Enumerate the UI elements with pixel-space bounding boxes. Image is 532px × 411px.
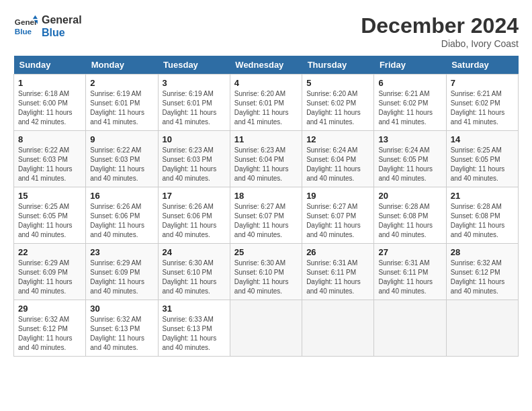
calendar-cell: 22Sunrise: 6:29 AM Sunset: 6:09 PM Dayli… bbox=[14, 244, 86, 300]
day-info: Sunrise: 6:22 AM Sunset: 6:03 PM Dayligh… bbox=[90, 146, 153, 183]
day-info: Sunrise: 6:26 AM Sunset: 6:06 PM Dayligh… bbox=[90, 202, 153, 240]
day-info: Sunrise: 6:31 AM Sunset: 6:11 PM Dayligh… bbox=[378, 259, 441, 296]
day-number: 5 bbox=[306, 78, 369, 88]
logo-blue: Blue bbox=[42, 26, 82, 39]
calendar-cell: 21Sunrise: 6:28 AM Sunset: 6:08 PM Dayli… bbox=[446, 187, 518, 244]
day-info: Sunrise: 6:20 AM Sunset: 6:01 PM Dayligh… bbox=[234, 89, 298, 127]
day-number: 10 bbox=[163, 134, 226, 144]
day-info: Sunrise: 6:27 AM Sunset: 6:07 PM Dayligh… bbox=[234, 202, 298, 240]
calendar-cell: 8Sunrise: 6:22 AM Sunset: 6:03 PM Daylig… bbox=[14, 131, 86, 187]
day-header-wednesday: Wednesday bbox=[230, 56, 302, 75]
day-info: Sunrise: 6:29 AM Sunset: 6:09 PM Dayligh… bbox=[90, 259, 153, 296]
calendar-cell: 2Sunrise: 6:19 AM Sunset: 6:01 PM Daylig… bbox=[86, 75, 158, 131]
day-number: 11 bbox=[234, 134, 298, 144]
calendar-cell: 28Sunrise: 6:32 AM Sunset: 6:12 PM Dayli… bbox=[446, 244, 518, 300]
calendar-week-2: 8Sunrise: 6:22 AM Sunset: 6:03 PM Daylig… bbox=[14, 131, 519, 187]
day-number: 4 bbox=[234, 78, 298, 88]
calendar-cell bbox=[230, 300, 302, 357]
day-number: 30 bbox=[90, 304, 153, 314]
calendar-body: 1Sunrise: 6:18 AM Sunset: 6:00 PM Daylig… bbox=[14, 75, 519, 357]
day-number: 9 bbox=[90, 134, 153, 144]
calendar-cell: 23Sunrise: 6:29 AM Sunset: 6:09 PM Dayli… bbox=[86, 244, 158, 300]
day-info: Sunrise: 6:20 AM Sunset: 6:02 PM Dayligh… bbox=[306, 89, 369, 127]
calendar-cell: 6Sunrise: 6:21 AM Sunset: 6:02 PM Daylig… bbox=[374, 75, 446, 131]
calendar-cell: 5Sunrise: 6:20 AM Sunset: 6:02 PM Daylig… bbox=[302, 75, 374, 131]
calendar-cell bbox=[446, 300, 518, 357]
calendar-cell: 14Sunrise: 6:25 AM Sunset: 6:05 PM Dayli… bbox=[446, 131, 518, 187]
day-info: Sunrise: 6:24 AM Sunset: 6:05 PM Dayligh… bbox=[378, 146, 441, 183]
title-area: December 2024 Diabo, Ivory Coast bbox=[361, 13, 519, 49]
calendar-table: SundayMondayTuesdayWednesdayThursdayFrid… bbox=[13, 56, 519, 357]
day-info: Sunrise: 6:25 AM Sunset: 6:05 PM Dayligh… bbox=[18, 202, 81, 240]
day-info: Sunrise: 6:24 AM Sunset: 6:04 PM Dayligh… bbox=[306, 146, 369, 183]
calendar-cell: 19Sunrise: 6:27 AM Sunset: 6:07 PM Dayli… bbox=[302, 187, 374, 244]
day-info: Sunrise: 6:27 AM Sunset: 6:07 PM Dayligh… bbox=[306, 202, 369, 240]
day-info: Sunrise: 6:31 AM Sunset: 6:11 PM Dayligh… bbox=[306, 259, 369, 296]
location: Diabo, Ivory Coast bbox=[361, 38, 519, 49]
calendar-week-5: 29Sunrise: 6:32 AM Sunset: 6:12 PM Dayli… bbox=[14, 300, 519, 357]
calendar-cell bbox=[374, 300, 446, 357]
day-info: Sunrise: 6:19 AM Sunset: 6:01 PM Dayligh… bbox=[163, 89, 226, 127]
day-header-monday: Monday bbox=[86, 56, 158, 75]
day-number: 24 bbox=[163, 247, 226, 257]
calendar-cell: 15Sunrise: 6:25 AM Sunset: 6:05 PM Dayli… bbox=[14, 187, 86, 244]
day-number: 19 bbox=[306, 191, 369, 201]
day-number: 28 bbox=[451, 247, 514, 257]
calendar-cell: 29Sunrise: 6:32 AM Sunset: 6:12 PM Dayli… bbox=[14, 300, 86, 357]
calendar-cell: 16Sunrise: 6:26 AM Sunset: 6:06 PM Dayli… bbox=[86, 187, 158, 244]
day-info: Sunrise: 6:28 AM Sunset: 6:08 PM Dayligh… bbox=[378, 202, 441, 240]
calendar-cell: 17Sunrise: 6:26 AM Sunset: 6:06 PM Dayli… bbox=[158, 187, 230, 244]
calendar-cell: 4Sunrise: 6:20 AM Sunset: 6:01 PM Daylig… bbox=[230, 75, 302, 131]
day-number: 16 bbox=[90, 191, 153, 201]
header: General Blue General Blue December 2024 … bbox=[13, 13, 519, 49]
svg-text:Blue: Blue bbox=[15, 27, 32, 36]
day-number: 25 bbox=[234, 247, 298, 257]
day-number: 13 bbox=[378, 134, 441, 144]
day-info: Sunrise: 6:22 AM Sunset: 6:03 PM Dayligh… bbox=[18, 146, 81, 183]
calendar-cell: 27Sunrise: 6:31 AM Sunset: 6:11 PM Dayli… bbox=[374, 244, 446, 300]
day-header-tuesday: Tuesday bbox=[158, 56, 230, 75]
day-number: 31 bbox=[163, 304, 226, 314]
day-info: Sunrise: 6:32 AM Sunset: 6:12 PM Dayligh… bbox=[451, 259, 514, 296]
day-info: Sunrise: 6:23 AM Sunset: 6:03 PM Dayligh… bbox=[163, 146, 226, 183]
month-title: December 2024 bbox=[361, 13, 519, 38]
calendar-cell: 12Sunrise: 6:24 AM Sunset: 6:04 PM Dayli… bbox=[302, 131, 374, 187]
day-number: 17 bbox=[163, 191, 226, 201]
calendar-cell: 1Sunrise: 6:18 AM Sunset: 6:00 PM Daylig… bbox=[14, 75, 86, 131]
day-number: 27 bbox=[378, 247, 441, 257]
logo-icon: General Blue bbox=[13, 14, 38, 38]
calendar-cell: 10Sunrise: 6:23 AM Sunset: 6:03 PM Dayli… bbox=[158, 131, 230, 187]
day-info: Sunrise: 6:33 AM Sunset: 6:13 PM Dayligh… bbox=[163, 315, 226, 353]
day-number: 20 bbox=[378, 191, 441, 201]
day-number: 1 bbox=[18, 78, 81, 88]
day-number: 15 bbox=[18, 191, 81, 201]
day-number: 23 bbox=[90, 247, 153, 257]
day-number: 26 bbox=[306, 247, 369, 257]
day-number: 22 bbox=[18, 247, 81, 257]
calendar-cell: 7Sunrise: 6:21 AM Sunset: 6:02 PM Daylig… bbox=[446, 75, 518, 131]
day-number: 3 bbox=[163, 78, 226, 88]
day-info: Sunrise: 6:23 AM Sunset: 6:04 PM Dayligh… bbox=[234, 146, 298, 183]
calendar-cell: 13Sunrise: 6:24 AM Sunset: 6:05 PM Dayli… bbox=[374, 131, 446, 187]
day-info: Sunrise: 6:21 AM Sunset: 6:02 PM Dayligh… bbox=[378, 89, 441, 127]
day-info: Sunrise: 6:32 AM Sunset: 6:12 PM Dayligh… bbox=[18, 315, 81, 353]
calendar-header-row: SundayMondayTuesdayWednesdayThursdayFrid… bbox=[14, 56, 519, 75]
day-info: Sunrise: 6:21 AM Sunset: 6:02 PM Dayligh… bbox=[451, 89, 514, 127]
calendar-cell: 26Sunrise: 6:31 AM Sunset: 6:11 PM Dayli… bbox=[302, 244, 374, 300]
calendar-cell: 30Sunrise: 6:32 AM Sunset: 6:13 PM Dayli… bbox=[86, 300, 158, 357]
calendar-cell: 31Sunrise: 6:33 AM Sunset: 6:13 PM Dayli… bbox=[158, 300, 230, 357]
day-number: 21 bbox=[451, 191, 514, 201]
day-info: Sunrise: 6:29 AM Sunset: 6:09 PM Dayligh… bbox=[18, 259, 81, 296]
calendar-cell: 25Sunrise: 6:30 AM Sunset: 6:10 PM Dayli… bbox=[230, 244, 302, 300]
day-number: 6 bbox=[378, 78, 441, 88]
calendar-cell: 18Sunrise: 6:27 AM Sunset: 6:07 PM Dayli… bbox=[230, 187, 302, 244]
day-info: Sunrise: 6:19 AM Sunset: 6:01 PM Dayligh… bbox=[90, 89, 153, 127]
day-info: Sunrise: 6:30 AM Sunset: 6:10 PM Dayligh… bbox=[163, 259, 226, 296]
day-number: 18 bbox=[234, 191, 298, 201]
day-number: 8 bbox=[18, 134, 81, 144]
day-info: Sunrise: 6:25 AM Sunset: 6:05 PM Dayligh… bbox=[451, 146, 514, 183]
calendar-week-4: 22Sunrise: 6:29 AM Sunset: 6:09 PM Dayli… bbox=[14, 244, 519, 300]
day-number: 14 bbox=[451, 134, 514, 144]
calendar-cell: 11Sunrise: 6:23 AM Sunset: 6:04 PM Dayli… bbox=[230, 131, 302, 187]
day-number: 7 bbox=[451, 78, 514, 88]
